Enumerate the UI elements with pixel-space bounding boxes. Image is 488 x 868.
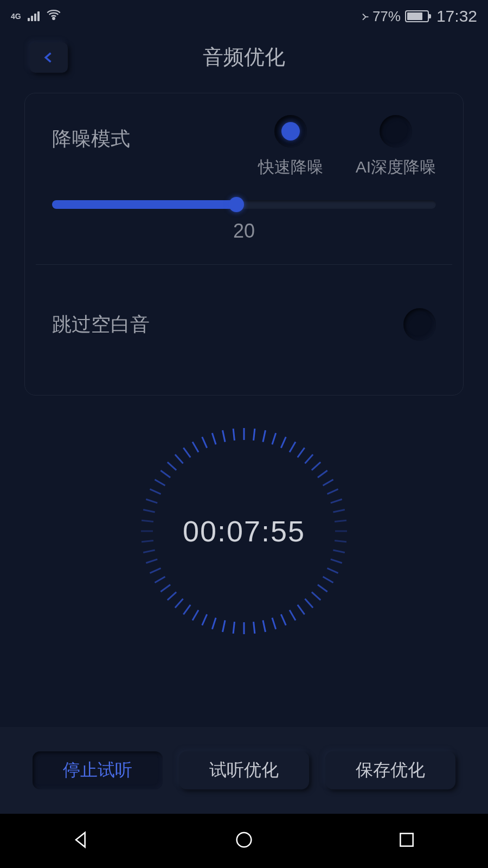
timer-dial: 00:07:55 bbox=[141, 428, 347, 634]
skip-silence-section: 跳过空白音 bbox=[25, 286, 463, 362]
timer-section: 00:07:55 bbox=[0, 428, 488, 634]
noise-level-slider[interactable] bbox=[52, 200, 436, 209]
bluetooth-icon: ᚛ bbox=[362, 9, 368, 24]
svg-rect-2 bbox=[400, 833, 413, 846]
svg-point-1 bbox=[237, 833, 252, 847]
skip-silence-label: 跳过空白音 bbox=[52, 311, 150, 338]
radio-option-ai[interactable]: AI深度降噪 bbox=[356, 115, 436, 178]
network-indicator: 4G bbox=[11, 12, 21, 20]
nav-home-icon[interactable] bbox=[233, 829, 255, 853]
radio-fast-label: 快速降噪 bbox=[258, 156, 323, 178]
system-nav-bar bbox=[0, 814, 488, 868]
radio-ai-icon bbox=[380, 115, 412, 148]
radio-ai-label: AI深度降噪 bbox=[356, 156, 436, 178]
slider-thumb[interactable] bbox=[229, 197, 244, 212]
clock-time: 17:32 bbox=[436, 7, 477, 25]
bottom-button-bar: 停止试听 试听优化 保存优化 bbox=[0, 727, 488, 814]
slider-value: 20 bbox=[52, 220, 436, 242]
noise-level-slider-section: 20 bbox=[25, 200, 463, 242]
header: 音频优化 bbox=[0, 33, 488, 93]
battery-icon bbox=[405, 10, 429, 22]
back-button[interactable] bbox=[30, 42, 68, 73]
nav-recent-icon[interactable] bbox=[396, 829, 418, 853]
radio-option-fast[interactable]: 快速降噪 bbox=[258, 115, 323, 178]
preview-optimize-button[interactable]: 试听优化 bbox=[179, 751, 309, 789]
battery-percent: 77% bbox=[373, 8, 401, 25]
noise-mode-section: 降噪模式 快速降噪 AI深度降噪 bbox=[25, 115, 463, 178]
svg-point-0 bbox=[53, 17, 55, 20]
stop-preview-button[interactable]: 停止试听 bbox=[33, 751, 163, 789]
settings-card: 降噪模式 快速降噪 AI深度降噪 20 跳过空白音 bbox=[24, 93, 464, 395]
save-optimize-button[interactable]: 保存优化 bbox=[325, 751, 455, 789]
divider bbox=[36, 264, 452, 265]
skip-silence-toggle[interactable] bbox=[403, 308, 436, 341]
noise-mode-label: 降噪模式 bbox=[52, 115, 130, 152]
status-bar: 4G ᚛ 77% 17:32 bbox=[0, 0, 488, 33]
radio-fast-icon bbox=[274, 115, 307, 148]
signal-bars-icon bbox=[28, 11, 40, 21]
page-title: 音频优化 bbox=[203, 43, 285, 71]
nav-back-icon[interactable] bbox=[70, 829, 92, 853]
wifi-icon bbox=[46, 7, 61, 26]
